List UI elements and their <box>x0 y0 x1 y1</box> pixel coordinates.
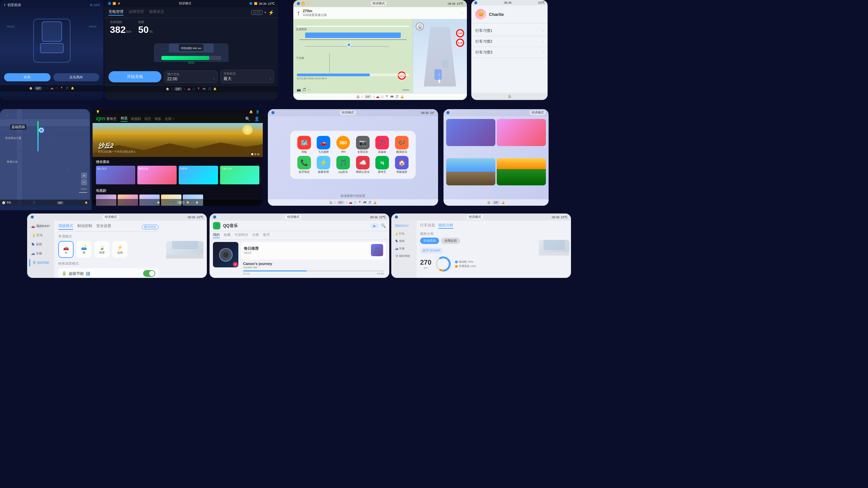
iqiyi-tab-movie[interactable]: 电影 <box>155 117 161 121</box>
app-iqiyi-icon[interactable]: iq 爱奇艺 <box>374 156 391 174</box>
charge-pct-label: 电量 <box>138 20 153 24</box>
nav-icon-camera[interactable]: 📷 <box>297 88 301 92</box>
mode-sport[interactable]: ⚡ 运动 <box>112 241 127 258</box>
habit-item-3[interactable]: 行车习惯3 › <box>471 47 548 58</box>
swing-button[interactable]: 左右风向 <box>53 73 100 81</box>
music-search-icon[interactable]: 🔍 <box>381 223 386 228</box>
eco-toggle[interactable] <box>143 270 155 277</box>
charging-panel: 🔵 📶 ⚡ 经济模式 🔵 📶 08:36 23℃ 充电管理 故障管理 能量状态 … <box>104 0 278 100</box>
iqiyi-search[interactable]: 🔍 <box>245 117 250 121</box>
blow-button[interactable]: 吹风 <box>4 73 51 81</box>
iqiyi-thumb-1[interactable]: 甜心方方 <box>96 166 135 184</box>
charge-time: 08:36 <box>259 2 267 5</box>
music-daily-thumb: 🎵 <box>371 244 383 256</box>
drive-sidebar-lights[interactable]: 💡 灯光 <box>29 232 52 239</box>
photos-panel: 🔵 经济模式 🏠 24° 🔔 <box>443 109 549 206</box>
drive-sidebar-seats[interactable]: 💺 座椅 <box>29 241 52 248</box>
iqiyi-video2-label: 最高礼遇 <box>137 166 177 172</box>
app-energy-mgmt[interactable]: ⚡ 能量管理 <box>315 156 333 174</box>
charge-tab2[interactable]: 故障管理 <box>129 9 144 16</box>
battery-label: 特快续航 680 km <box>181 47 201 50</box>
drive-sidebar-vehicle[interactable]: 🚙 车辆 <box>29 250 52 257</box>
app-smart-scene[interactable]: 🏠 智能场景 <box>393 156 411 174</box>
normal-modes-label: 常用模式 <box>58 234 159 239</box>
apps-temp: 24° <box>430 111 435 115</box>
iqiyi-thumb-3[interactable]: 绿茶书 <box>179 166 218 184</box>
energy-btn1[interactable]: 自动启动 <box>420 238 439 244</box>
drive-tab3[interactable]: 安全设置 <box>96 223 111 230</box>
iqiyi-tab-variety[interactable]: 综艺 <box>144 117 151 121</box>
energy-tab1[interactable]: 行车信息 <box>420 223 435 229</box>
app-360-label: 360 <box>341 150 345 153</box>
nav-icon-more[interactable]: ··· <box>308 88 310 92</box>
habit-item-1[interactable]: 行车习惯1 › <box>471 25 548 36</box>
map-nav-label: 导航 <box>6 201 11 204</box>
app-feifan[interactable]: 🚗 飞凡视界 <box>315 136 333 154</box>
nav-time: 08:36 <box>448 2 455 5</box>
app-netease[interactable]: ☁️ 网易云音乐 <box>354 156 372 174</box>
app-kuwo[interactable]: 🎶 酷我音乐 <box>393 136 411 154</box>
iqiyi-user[interactable]: 👤 <box>254 117 259 121</box>
energy-tab2[interactable]: 能耗分析 <box>438 223 453 229</box>
app-360[interactable]: 360 360 <box>334 136 352 154</box>
app-netease-label: 网易云音乐 <box>356 170 370 174</box>
energy-sidebar-vehicle[interactable]: 🚙 车辆 <box>393 246 415 251</box>
drive-tab1[interactable]: 驾驶模式 <box>58 223 73 230</box>
music-panel: 🔵 经济模式 08:36 23℃ 🎵 QQ音乐 ▶ 🔍 我的 收藏 午后时分 分… <box>210 214 389 278</box>
steering-icon[interactable]: 🎡 <box>416 22 424 30</box>
nav-icon-music[interactable]: 🎵 <box>302 88 306 92</box>
photo-4[interactable] <box>497 158 546 185</box>
music-tab-artist[interactable]: 歌手 <box>263 232 270 238</box>
energy-btn2[interactable]: 自驾位后 <box>441 238 460 244</box>
app-parking-label: 全景泊车 <box>357 150 368 154</box>
apps-footer-label: 标准推荐行程设置 <box>268 193 438 199</box>
charge-tab3[interactable]: 能量状态 <box>149 9 164 16</box>
photo-3[interactable] <box>446 158 495 185</box>
app-parking[interactable]: 📷 全景泊车 <box>354 136 372 154</box>
iqiyi-thumb-2[interactable]: 最高礼遇 <box>137 166 177 184</box>
iqiyi-thumb-4[interactable]: 飞驰人生2 <box>220 166 259 184</box>
drive-tab2[interactable]: 制动控制 <box>77 223 92 230</box>
mode-eco[interactable]: 🍃 经济 <box>94 241 110 258</box>
schedule-arrow: › <box>214 77 215 81</box>
mode-comfort[interactable]: 🛋️ 舒 <box>76 241 92 258</box>
iqiyi-hero-banner[interactable]: 沙丘2 你无法征服一个你无法阻止的人 <box>93 123 263 157</box>
drive-sidebar-adas[interactable]: 🛡️ 辅助驾驶 <box>29 259 52 266</box>
range-unit: km <box>126 29 132 34</box>
music-tab-mine[interactable]: 我的 <box>213 232 220 238</box>
drive-sidebar-car[interactable]: 🚗我的ES37 <box>29 223 52 230</box>
start-charge-button[interactable]: 开始充电 <box>108 71 161 82</box>
app-smart-scene-label: 智能场景 <box>396 170 407 174</box>
app-media[interactable]: 🎵 多媒体 <box>374 136 391 154</box>
music-tab-afternoon[interactable]: 午后时分 <box>235 232 248 238</box>
music-tab-category[interactable]: 分类 <box>252 232 259 238</box>
music-temp: 23℃ <box>379 216 386 219</box>
music-heart[interactable]: ♥ <box>233 262 238 267</box>
mode-standard[interactable]: 🚗 /b <box>58 241 74 258</box>
iqiyi-tab-selected[interactable]: 精选 <box>121 116 127 122</box>
special-modes-label: 特殊场景模式 <box>58 261 159 266</box>
app-bluetooth[interactable]: 📞 蓝牙电话 <box>295 156 313 174</box>
iqiyi-panel: 💡 🔔 👤 iQIYI 爱奇艺 精选 电视剧 综艺 电影 全部 › 🔍 👤 <box>93 109 263 206</box>
energy-sidebar-seats[interactable]: 💺 座椅 <box>393 238 415 244</box>
music-play-badge[interactable]: ▶ <box>371 223 379 228</box>
special-mode-label: 超级节能 <box>69 271 84 276</box>
app-qqmusic[interactable]: 🎵 QQ音乐 <box>334 156 352 174</box>
energy-sidebar-lights[interactable]: 💡 灯光 <box>393 231 415 237</box>
charge-tab1[interactable]: 充电管理 <box>108 9 123 16</box>
mode-compare-btn[interactable]: 模式对比 <box>142 225 159 229</box>
photo-2[interactable] <box>497 119 546 146</box>
nav-progress: 26.5公里 47分钟 20.32 99.% <box>297 77 327 80</box>
iqiyi-tab-drama[interactable]: 电视剧 <box>131 117 141 121</box>
music-tab-fav[interactable]: 收藏 <box>224 232 231 238</box>
map-nav-btn[interactable]: 🧭 <box>2 201 5 204</box>
app-navi[interactable]: 🗺️ 导航 <box>295 136 313 154</box>
photo-1[interactable] <box>446 119 495 146</box>
energy-sidebar-adas[interactable]: 🛡️ 辅助驾驶 <box>393 253 415 259</box>
energy-car-label: 我的ES37 <box>393 223 415 229</box>
music-time-total: 04:16 <box>377 272 384 275</box>
zoom-in[interactable]: + <box>81 172 87 179</box>
habit-item-2[interactable]: 行车习惯2 › <box>471 36 548 47</box>
iqiyi-tab-all[interactable]: 全部 › <box>165 117 174 121</box>
zoom-out[interactable]: − <box>81 179 87 185</box>
